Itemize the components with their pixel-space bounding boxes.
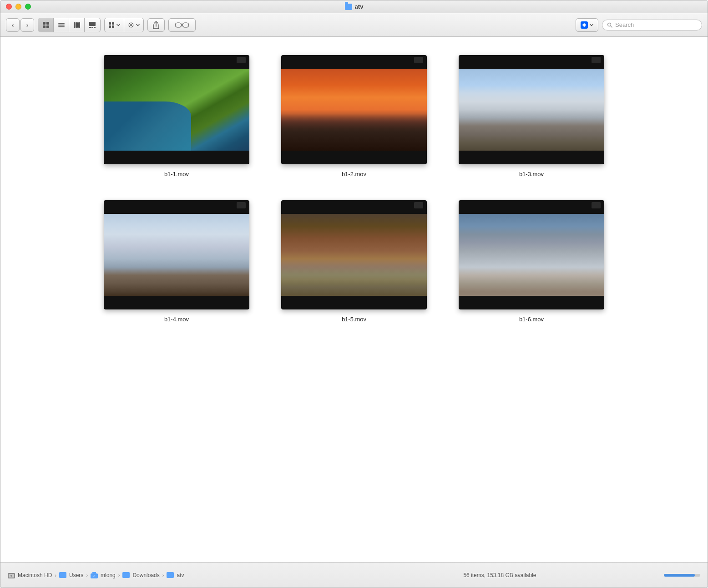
svg-rect-9 <box>78 22 80 28</box>
breadcrumb-item[interactable]: Macintosh HD <box>18 572 52 578</box>
svg-point-25 <box>10 575 12 577</box>
svg-rect-13 <box>94 27 96 28</box>
search-icon <box>607 22 612 28</box>
file-grid: b1-1.mov b1-2.mov b1-3.mov <box>0 37 708 562</box>
breadcrumb-item[interactable]: atv <box>177 572 184 578</box>
title-bar-content: atv <box>345 3 364 10</box>
svg-rect-20 <box>182 23 189 27</box>
folder-icon <box>59 572 66 578</box>
list-item[interactable]: b1-3.mov <box>459 55 604 177</box>
file-thumbnail <box>459 55 604 164</box>
traffic-lights <box>6 4 31 10</box>
file-name: b1-6.mov <box>519 316 544 323</box>
finder-window: atv ‹ › <box>0 0 708 588</box>
svg-rect-3 <box>46 25 49 28</box>
back-button[interactable]: ‹ <box>6 18 20 32</box>
bottom-bar: Macintosh HD Users ⌂ mlong Downloads atv… <box>0 562 708 588</box>
list-view-button[interactable] <box>54 18 69 32</box>
window-title: atv <box>355 3 364 10</box>
forward-button[interactable]: › <box>20 18 34 32</box>
svg-rect-19 <box>175 23 182 27</box>
list-item[interactable]: b1-6.mov <box>459 200 604 323</box>
maximize-button[interactable] <box>25 4 31 10</box>
breadcrumb-separator <box>55 573 56 578</box>
share-button[interactable] <box>147 18 165 32</box>
folder-icon <box>122 572 130 578</box>
file-name: b1-4.mov <box>164 316 189 323</box>
file-thumbnail <box>459 200 604 309</box>
status-bar: 56 items, 153.18 GB available <box>336 572 664 578</box>
breadcrumb-item[interactable]: Downloads <box>132 572 159 578</box>
search-bar[interactable]: Search <box>602 20 702 30</box>
list-item[interactable]: b1-1.mov <box>104 55 249 177</box>
list-item[interactable]: b1-2.mov <box>281 55 427 177</box>
breadcrumb-separator <box>162 573 164 578</box>
minimize-button[interactable] <box>15 4 21 10</box>
folder-icon <box>167 572 174 578</box>
file-thumbnail <box>104 55 249 164</box>
column-view-button[interactable] <box>69 18 85 32</box>
breadcrumb: Macintosh HD Users ⌂ mlong Downloads atv <box>8 572 336 578</box>
gallery-view-button[interactable] <box>85 18 100 32</box>
view-group <box>38 18 101 32</box>
breadcrumb-separator <box>86 573 88 578</box>
toolbar: ‹ › <box>0 13 708 37</box>
svg-rect-4 <box>58 23 65 24</box>
breadcrumb-separator <box>118 573 120 578</box>
svg-rect-0 <box>43 22 46 25</box>
file-grid-row-2: b1-4.mov b1-5.mov b1-6.mov <box>28 200 680 323</box>
svg-rect-10 <box>89 22 96 26</box>
file-grid-row-1: b1-1.mov b1-2.mov b1-3.mov <box>28 55 680 177</box>
file-thumbnail <box>281 55 427 164</box>
list-item[interactable]: b1-5.mov <box>281 200 427 323</box>
tag-button[interactable] <box>168 18 196 32</box>
svg-text:⌂: ⌂ <box>93 574 95 578</box>
close-button[interactable] <box>6 4 12 10</box>
file-name: b1-1.mov <box>164 171 189 177</box>
status-text: 56 items, 153.18 GB available <box>463 572 536 578</box>
home-folder-icon: ⌂ <box>91 572 98 578</box>
svg-point-18 <box>130 24 132 26</box>
svg-rect-8 <box>76 22 78 28</box>
dropbox-button[interactable] <box>576 18 598 32</box>
nav-group: ‹ › <box>6 18 34 32</box>
dropbox-icon <box>581 21 588 29</box>
svg-line-22 <box>611 25 612 27</box>
search-placeholder: Search <box>615 21 634 28</box>
arrange-group <box>104 18 144 32</box>
breadcrumb-item[interactable]: mlong <box>101 572 116 578</box>
svg-rect-16 <box>109 25 111 28</box>
svg-rect-27 <box>92 572 96 574</box>
settings-button[interactable] <box>124 18 143 32</box>
svg-rect-14 <box>109 22 111 25</box>
svg-rect-1 <box>46 22 49 25</box>
svg-rect-12 <box>91 27 93 28</box>
svg-rect-5 <box>58 25 65 25</box>
progress-fill <box>664 574 695 577</box>
svg-rect-15 <box>112 22 114 25</box>
icon-view-button[interactable] <box>38 18 54 32</box>
file-thumbnail <box>104 200 249 309</box>
svg-rect-11 <box>89 27 91 28</box>
title-bar: atv <box>0 0 708 13</box>
file-name: b1-3.mov <box>519 171 544 177</box>
progress-track <box>664 574 700 577</box>
list-item[interactable]: b1-4.mov <box>104 200 249 323</box>
file-thumbnail <box>281 200 427 309</box>
svg-rect-17 <box>112 25 114 28</box>
storage-progress <box>664 574 700 577</box>
arrange-button[interactable] <box>105 18 124 32</box>
svg-rect-6 <box>58 26 65 27</box>
breadcrumb-item[interactable]: Users <box>69 572 83 578</box>
file-name: b1-5.mov <box>342 316 366 323</box>
svg-rect-2 <box>43 25 46 28</box>
svg-rect-7 <box>74 22 76 28</box>
window-folder-icon <box>345 4 352 10</box>
hd-icon <box>8 572 15 578</box>
file-name: b1-2.mov <box>342 171 366 177</box>
